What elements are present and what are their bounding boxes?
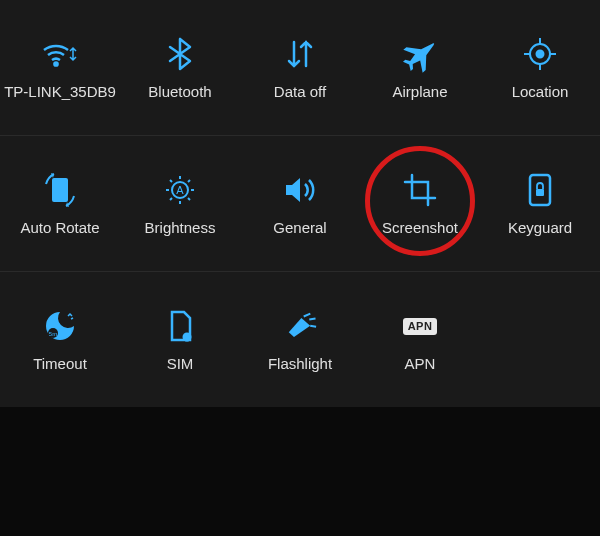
quick-settings-row: Auto Rotate A Brightness bbox=[0, 136, 600, 272]
screenshot-icon bbox=[400, 170, 440, 210]
sound-tile[interactable]: General bbox=[240, 136, 360, 271]
apn-icon: APN bbox=[400, 306, 440, 346]
flashlight-label: Flashlight bbox=[266, 356, 334, 373]
location-icon bbox=[520, 34, 560, 74]
svg-point-0 bbox=[54, 63, 57, 66]
svg-text:!: ! bbox=[186, 334, 188, 341]
bluetooth-icon bbox=[160, 34, 200, 74]
wifi-label: TP-LINK_35DB9 bbox=[2, 84, 118, 101]
sound-icon bbox=[280, 170, 320, 210]
keyguard-label: Keyguard bbox=[506, 220, 574, 237]
keyguard-tile[interactable]: Keyguard bbox=[480, 136, 600, 271]
rotate-icon bbox=[40, 170, 80, 210]
airplane-label: Airplane bbox=[390, 84, 449, 101]
airplane-icon bbox=[400, 34, 440, 74]
brightness-icon: A bbox=[160, 170, 200, 210]
autorotate-label: Auto Rotate bbox=[18, 220, 101, 237]
data-label: Data off bbox=[272, 84, 328, 101]
screenshot-label: Screenshot bbox=[380, 220, 460, 237]
sim-icon: ! bbox=[160, 306, 200, 346]
location-label: Location bbox=[510, 84, 571, 101]
data-icon bbox=[280, 34, 320, 74]
svg-text:A: A bbox=[176, 184, 184, 196]
sound-label: General bbox=[271, 220, 328, 237]
apn-label: APN bbox=[403, 356, 438, 373]
data-tile[interactable]: Data off bbox=[240, 0, 360, 135]
screenshot-tile[interactable]: Screenshot bbox=[360, 136, 480, 271]
timeout-icon: 5m bbox=[40, 306, 80, 346]
svg-point-2 bbox=[537, 51, 544, 58]
quick-settings-row: TP-LINK_35DB9 Bluetooth Data off bbox=[0, 0, 600, 136]
timeout-tile[interactable]: 5m Timeout bbox=[0, 272, 120, 407]
timeout-label: Timeout bbox=[31, 356, 89, 373]
flashlight-icon bbox=[280, 306, 320, 346]
brightness-tile[interactable]: A Brightness bbox=[120, 136, 240, 271]
airplane-tile[interactable]: Airplane bbox=[360, 0, 480, 135]
autorotate-tile[interactable]: Auto Rotate bbox=[0, 136, 120, 271]
apn-tile[interactable]: APN APN bbox=[360, 272, 480, 407]
keyguard-icon bbox=[520, 170, 560, 210]
sim-tile[interactable]: ! SIM bbox=[120, 272, 240, 407]
sim-label: SIM bbox=[165, 356, 196, 373]
location-tile[interactable]: Location bbox=[480, 0, 600, 135]
svg-text:5m: 5m bbox=[49, 331, 57, 337]
wifi-icon bbox=[40, 34, 80, 74]
quick-settings-panel: TP-LINK_35DB9 Bluetooth Data off bbox=[0, 0, 600, 407]
apn-badge: APN bbox=[403, 318, 438, 335]
svg-rect-3 bbox=[52, 178, 68, 202]
bluetooth-tile[interactable]: Bluetooth bbox=[120, 0, 240, 135]
bluetooth-label: Bluetooth bbox=[146, 84, 213, 101]
flashlight-tile[interactable]: Flashlight bbox=[240, 272, 360, 407]
quick-settings-row: 5m Timeout ! SIM bbox=[0, 272, 600, 407]
wifi-tile[interactable]: TP-LINK_35DB9 bbox=[0, 0, 120, 135]
brightness-label: Brightness bbox=[143, 220, 218, 237]
svg-rect-7 bbox=[536, 189, 544, 196]
